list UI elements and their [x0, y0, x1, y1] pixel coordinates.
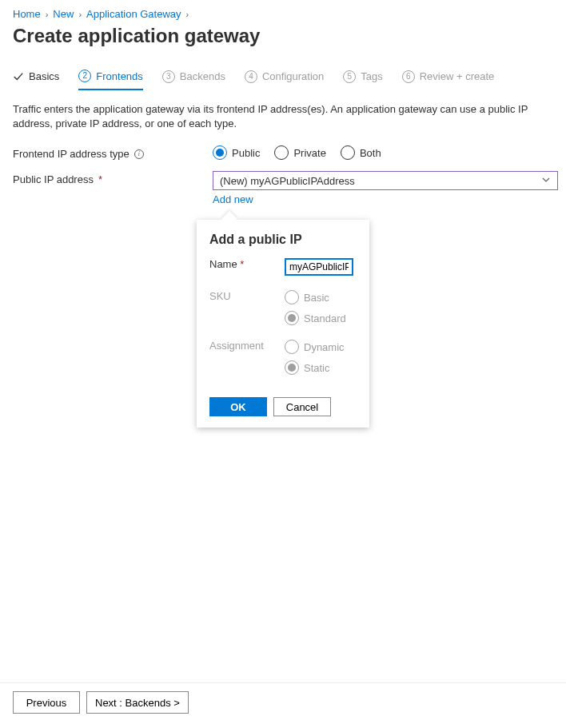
frontend-type-private[interactable]: Private [274, 145, 325, 160]
tab-label: Backends [180, 70, 225, 82]
radio-icon [285, 340, 299, 354]
assignment-static: Static [285, 360, 357, 375]
tab-description: Traffic enters the application gateway v… [13, 102, 553, 131]
wizard-tabs: Basics 2 Frontends 3 Backends 4 Configur… [13, 70, 553, 90]
radio-label: Standard [304, 312, 346, 324]
assignment-dynamic: Dynamic [285, 340, 357, 354]
flyout-cancel-button[interactable]: Cancel [273, 397, 331, 416]
chevron-down-icon [541, 175, 551, 186]
radio-icon [213, 145, 227, 160]
breadcrumb-appgw[interactable]: Application Gateway [86, 8, 181, 20]
frontend-type-radiogroup: Public Private Both [213, 145, 553, 160]
flyout-sku-label: SKU [209, 290, 285, 302]
tab-frontends[interactable]: 2 Frontends [78, 70, 143, 90]
radio-label: Basic [304, 292, 329, 304]
tab-label: Configuration [262, 70, 324, 82]
tab-label: Tags [361, 70, 382, 82]
radio-label: Public [232, 147, 260, 159]
tab-review-create[interactable]: 6 Review + create [402, 70, 495, 90]
add-new-link[interactable]: Add new [213, 193, 253, 205]
select-value: (New) myAGPublicIPAddress [220, 175, 355, 187]
chevron-right-icon: › [78, 10, 82, 19]
radio-icon [341, 145, 355, 160]
sku-basic: Basic [285, 290, 357, 304]
flyout-name-label: Name * [209, 258, 285, 270]
next-button[interactable]: Next : Backends > [86, 691, 189, 714]
tab-label: Basics [29, 70, 59, 82]
flyout-ok-button[interactable]: OK [209, 397, 267, 416]
step-number-icon: 4 [245, 70, 257, 83]
tab-configuration[interactable]: 4 Configuration [245, 70, 324, 90]
chevron-right-icon: › [186, 10, 189, 19]
radio-icon [285, 290, 299, 304]
flyout-title: Add a public IP [209, 233, 357, 247]
frontend-type-both[interactable]: Both [341, 145, 381, 160]
required-marker: * [98, 173, 102, 185]
frontend-type-public[interactable]: Public [213, 145, 260, 160]
page-title: Create application gateway [13, 25, 553, 47]
radio-icon [285, 311, 299, 325]
breadcrumb: Home › New › Application Gateway › [13, 8, 553, 20]
step-number-icon: 2 [78, 70, 91, 82]
step-number-icon: 6 [402, 70, 415, 83]
public-ip-select[interactable]: (New) myAGPublicIPAddress [213, 171, 558, 190]
radio-label: Dynamic [304, 341, 345, 353]
breadcrumb-home[interactable]: Home [13, 8, 41, 20]
check-icon [13, 71, 24, 82]
flyout-assignment-label: Assignment [209, 340, 285, 352]
radio-label: Private [293, 147, 325, 159]
radio-label: Both [360, 147, 381, 159]
tab-basics[interactable]: Basics [13, 70, 59, 90]
radio-icon [285, 360, 299, 375]
step-number-icon: 3 [162, 70, 175, 83]
chevron-right-icon: › [46, 10, 49, 19]
required-marker: * [240, 258, 244, 270]
info-icon[interactable]: i [134, 149, 144, 159]
tab-tags[interactable]: 5 Tags [343, 70, 382, 90]
flyout-name-input[interactable] [285, 258, 353, 276]
sku-standard: Standard [285, 311, 357, 325]
tab-label: Frontends [96, 70, 143, 82]
radio-icon [274, 145, 289, 160]
previous-button[interactable]: Previous [13, 691, 80, 714]
frontend-type-label: Frontend IP address type i [13, 145, 213, 160]
wizard-footer: Previous Next : Backends > [0, 682, 566, 728]
tab-label: Review + create [420, 70, 495, 82]
public-ip-label: Public IP address * [13, 171, 213, 185]
breadcrumb-new[interactable]: New [53, 8, 74, 20]
tab-backends[interactable]: 3 Backends [162, 70, 225, 90]
step-number-icon: 5 [343, 70, 356, 83]
add-public-ip-flyout: Add a public IP Name * SKU Basic Standar… [197, 220, 369, 428]
radio-label: Static [304, 362, 330, 374]
